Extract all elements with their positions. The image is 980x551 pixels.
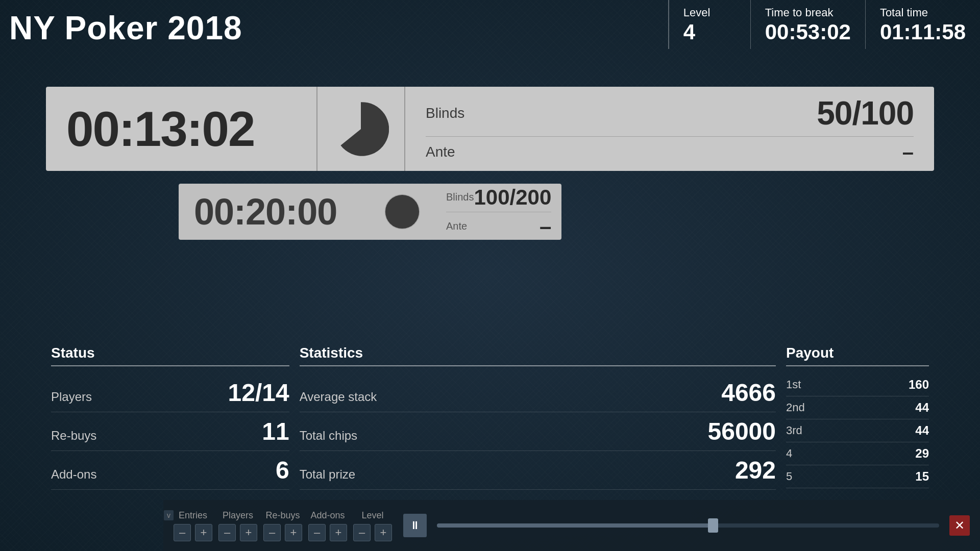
payout-row: 429 [786, 442, 929, 465]
players-minus-button[interactable]: – [218, 524, 236, 541]
players-ctrl-label: Players [223, 510, 253, 521]
addons-plus-button[interactable]: + [330, 524, 347, 541]
addons-row: Add-ons 6 [51, 451, 289, 490]
progress-thumb[interactable] [708, 518, 718, 533]
progress-track[interactable] [437, 523, 939, 528]
blinds-label: Blinds [426, 105, 464, 121]
payout-place-label: 4 [786, 447, 792, 460]
entries-minus-button[interactable]: – [174, 524, 191, 541]
players-label: Players [51, 390, 92, 404]
total-prize-value: 292 [735, 456, 776, 484]
payout-amount-value: 160 [909, 378, 929, 392]
rebuys-ctrl-label: Re-buys [265, 510, 300, 521]
players-plus-button[interactable]: + [240, 524, 257, 541]
next-ante-row: Ante – [446, 212, 551, 241]
current-blinds-area: Blinds 50/100 Ante – [405, 90, 934, 168]
top-info-bar: Level 4 Time to break 00:53:02 Total tim… [668, 0, 980, 49]
pie-chart-icon [333, 101, 389, 157]
level-ctrl-label: Level [361, 510, 383, 521]
payout-place-label: 5 [786, 470, 792, 483]
next-ante-label: Ante [446, 220, 467, 232]
next-blinds-row: Blinds 100/200 [446, 183, 551, 212]
players-control: Players – + [218, 510, 257, 541]
payout-amount-value: 29 [915, 446, 929, 461]
statistics-title: Statistics [300, 345, 776, 366]
pie-chart-area [317, 101, 404, 157]
total-time-label: Total time [880, 6, 966, 19]
progress-fill [437, 523, 713, 528]
payout-row: 515 [786, 465, 929, 488]
level-block: Level 4 [669, 0, 750, 49]
next-pie-icon [384, 193, 421, 230]
addons-value: 6 [276, 456, 289, 484]
rebuys-label: Re-buys [51, 429, 96, 443]
entries-buttons: – + [174, 524, 212, 541]
blinds-row: Blinds 50/100 [426, 90, 914, 136]
payout-row: 3rd44 [786, 419, 929, 442]
total-time-block: Total time 01:11:58 [865, 0, 980, 49]
rebuys-control: Re-buys – + [263, 510, 302, 541]
stats-area: Status Players 12/14 Re-buys 11 Add-ons … [46, 345, 934, 490]
time-to-break-block: Time to break 00:53:02 [750, 0, 865, 49]
status-column: Status Players 12/14 Re-buys 11 Add-ons … [46, 345, 295, 490]
total-time-value: 01:11:58 [880, 21, 966, 43]
payout-place-label: 3rd [786, 424, 802, 437]
addons-ctrl-label: Add-ons [310, 510, 345, 521]
level-control: Level – + [353, 510, 392, 541]
next-level-block: 00:20:00 Blinds 100/200 Ante – [179, 184, 561, 240]
next-timer: 00:20:00 [179, 191, 373, 233]
entries-plus-button[interactable]: + [195, 524, 212, 541]
payout-amount-value: 15 [915, 469, 929, 484]
blinds-value: 50/100 [817, 94, 914, 132]
current-timer: 00:13:02 [46, 101, 316, 157]
time-to-break-value: 00:53:02 [765, 21, 851, 43]
version-tag: v [164, 510, 174, 520]
total-chips-value: 56000 [708, 417, 776, 445]
close-button[interactable]: ✕ [949, 515, 970, 536]
pause-button[interactable]: ⏸ [403, 514, 427, 537]
payout-place-label: 2nd [786, 401, 805, 414]
entries-label: Entries [179, 510, 207, 521]
rebuys-value: 11 [262, 417, 289, 445]
current-level-block: 00:13:02 Blinds 50/100 Ante – [46, 87, 934, 171]
status-title: Status [51, 345, 289, 366]
level-plus-button[interactable]: + [375, 524, 392, 541]
total-prize-label: Total prize [300, 467, 355, 482]
payout-title: Payout [786, 345, 929, 366]
ante-label: Ante [426, 144, 455, 160]
next-ante-value: – [540, 214, 551, 239]
players-value: 12/14 [228, 379, 289, 407]
payout-row: 2nd44 [786, 396, 929, 419]
entries-control: Entries – + [174, 510, 212, 541]
ante-value: – [902, 141, 914, 164]
total-prize-row: Total prize 292 [300, 451, 776, 490]
payout-rows: 1st1602nd443rd44429515 [786, 373, 929, 488]
bottom-controls: v Entries – + Players – + Re-buys – + Ad… [163, 500, 980, 551]
players-buttons: – + [218, 524, 257, 541]
addons-minus-button[interactable]: – [308, 524, 326, 541]
next-blinds-value: 100/200 [474, 185, 551, 210]
rebuys-minus-button[interactable]: – [263, 524, 281, 541]
level-label: Level [683, 6, 736, 19]
svg-point-2 [385, 195, 419, 229]
payout-column: Payout 1st1602nd443rd44429515 [781, 345, 934, 490]
payout-amount-value: 44 [915, 423, 929, 438]
rebuys-row: Re-buys 11 [51, 412, 289, 451]
addons-label: Add-ons [51, 467, 96, 482]
next-blinds-label: Blinds [446, 191, 474, 203]
level-value: 4 [683, 21, 736, 43]
players-row: Players 12/14 [51, 373, 289, 412]
statistics-column: Statistics Average stack 4666 Total chip… [295, 345, 781, 490]
progress-slider-container[interactable] [437, 523, 939, 528]
rebuys-buttons: – + [263, 524, 302, 541]
level-minus-button[interactable]: – [353, 524, 371, 541]
avg-stack-row: Average stack 4666 [300, 373, 776, 412]
avg-stack-value: 4666 [721, 379, 776, 407]
rebuys-plus-button[interactable]: + [285, 524, 302, 541]
next-blinds-area: Blinds 100/200 Ante – [432, 183, 566, 241]
ante-row: Ante – [426, 136, 914, 168]
payout-row: 1st160 [786, 373, 929, 396]
level-buttons: – + [353, 524, 392, 541]
total-chips-row: Total chips 56000 [300, 412, 776, 451]
payout-place-label: 1st [786, 378, 801, 391]
